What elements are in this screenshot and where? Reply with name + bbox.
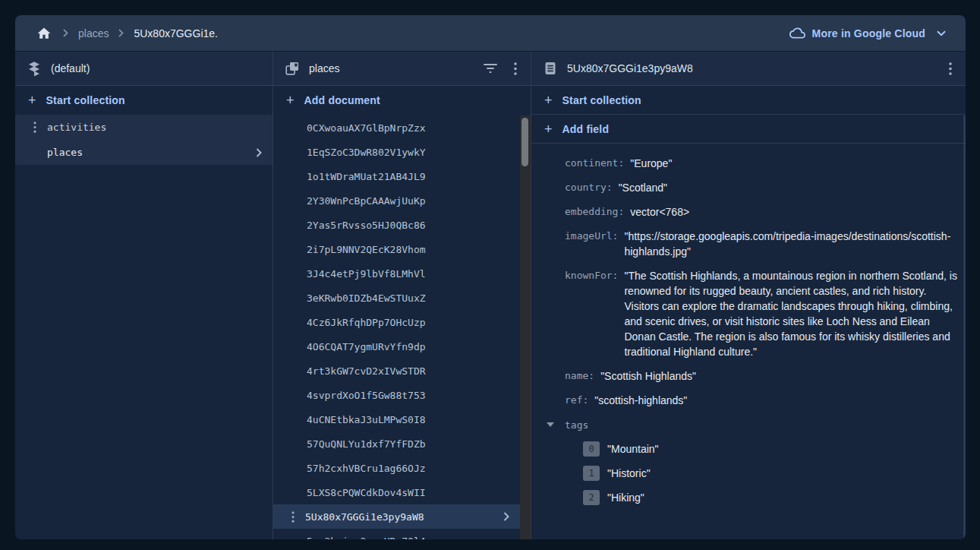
document-row[interactable]: 3eKRwb0IDZb4EwSTUuxZ: [273, 286, 520, 310]
scrollbar-track[interactable]: [963, 115, 966, 539]
document-row[interactable]: 0CXwoauAX7GlBpNrpZzx: [273, 115, 520, 140]
collapse-triangle-icon[interactable]: [547, 422, 554, 427]
field-key: knownFor:: [565, 264, 618, 288]
firestore-window: places 5Ux80x7GGGi1e. More in Google Clo…: [15, 15, 966, 539]
field-key: continent:: [565, 151, 624, 175]
breadcrumb-bar: places 5Ux80x7GGGi1e. More in Google Clo…: [15, 15, 966, 52]
field-list: continent:"Europe"country:"Scotland"embe…: [531, 144, 966, 510]
document-id: 1o1tWDraMUat21AB4JL9: [307, 171, 426, 182]
database-panel-header: (default): [15, 52, 273, 86]
document-row[interactable]: 2Yas5rRvsso5HJ0QBc86: [273, 213, 520, 237]
field-row[interactable]: knownFor:"The Scottish Highlands, a moun…: [565, 264, 958, 364]
document-row[interactable]: 5am3bwiuv3azmUDv7Ql4: [273, 529, 520, 539]
document-id: 4Cz6JkRfqhDPp7OHcUzp: [307, 317, 426, 328]
document-row[interactable]: 4Cz6JkRfqhDPp7OHcUzp: [273, 310, 520, 334]
chevron-right-icon: [118, 29, 124, 37]
field-key: tags: [565, 419, 588, 431]
document-id: 3J4c4etPj9lbVf8LMhVl: [307, 268, 426, 280]
document-id: 4svprdXoO1f5Gw88t753: [307, 390, 426, 401]
field-row-tags[interactable]: tags: [547, 412, 958, 437]
collection-list: activitiesplaces: [15, 115, 273, 165]
field-value: "Scotland": [619, 175, 667, 200]
document-row[interactable]: 2i7pL9NNV2QEcK28Vhom: [273, 237, 520, 261]
document-row[interactable]: 5LXS8cPQWCdkDov4sWII: [273, 480, 520, 504]
collection-icon: [285, 62, 299, 75]
array-item-value: "Hiking": [607, 492, 644, 504]
field-value: "https://storage.googleapis.com/tripedia…: [624, 224, 958, 264]
sidebar-item-places[interactable]: places: [15, 140, 273, 165]
database-panel: (default) + Start collection activitiesp…: [15, 52, 273, 539]
chevron-right-icon: [63, 29, 68, 37]
array-index-badge: 2: [583, 490, 600, 505]
document-row[interactable]: 3J4c4etPj9lbVf8LMhVl: [273, 261, 520, 286]
document-list: 0CXwoauAX7GlBpNrpZzx1EqSZoC3DwR802V1ywkY…: [273, 115, 520, 539]
more-in-google-cloud-menu[interactable]: More in Google Cloud: [789, 27, 946, 40]
document-id: 5Ux80x7GGGi1e3py9aW8: [305, 511, 424, 523]
document-id: 4rt3kGW7cvD2xIVwSTDR: [307, 365, 426, 377]
kebab-menu-icon[interactable]: [947, 61, 953, 77]
field-key: name:: [565, 364, 594, 388]
field-value: "The Scottish Highlands, a mountainous r…: [624, 264, 958, 364]
array-item-value: "Historic": [607, 467, 651, 479]
array-item-row[interactable]: 1"Historic": [565, 461, 958, 485]
array-index-badge: 1: [583, 466, 600, 481]
field-row[interactable]: embedding:vector<768>: [565, 200, 958, 224]
document-row[interactable]: 1o1tWDraMUat21AB4JL9: [273, 164, 520, 188]
more-in-google-cloud-label: More in Google Cloud: [812, 27, 925, 40]
document-row[interactable]: 4O6CQAT7ygmURvYfn9dp: [273, 334, 520, 359]
filter-icon[interactable]: [482, 62, 499, 74]
field-key: country:: [565, 175, 613, 200]
document-id: 1EqSZoC3DwR802V1ywkY: [307, 147, 426, 158]
document-id: 57QuQNLYu1dxf7YfFDZb: [307, 438, 426, 450]
kebab-menu-icon[interactable]: [284, 511, 302, 523]
kebab-menu-icon[interactable]: [512, 61, 518, 77]
start-collection-button[interactable]: + Start collection: [15, 86, 273, 115]
field-row[interactable]: imageUrl:"https://storage.googleapis.com…: [565, 224, 958, 264]
document-row[interactable]: 4rt3kGW7cvD2xIVwSTDR: [273, 359, 520, 383]
document-icon: [544, 62, 557, 75]
field-value: "scottish-highlands": [594, 388, 687, 412]
field-row[interactable]: name:"Scottish Highlands": [565, 364, 958, 388]
panels: (default) + Start collection activitiesp…: [15, 52, 966, 539]
home-icon[interactable]: [35, 24, 53, 43]
breadcrumb-places-link[interactable]: places: [78, 27, 109, 40]
collection-title: places: [309, 62, 339, 74]
array-item-value: "Mountain": [607, 443, 659, 455]
chevron-right-icon: [256, 148, 262, 157]
field-value: "Scottish Highlands": [600, 364, 696, 388]
document-row[interactable]: 5Ux80x7GGGi1e3py9aW8: [273, 504, 520, 529]
document-row[interactable]: 1EqSZoC3DwR802V1ywkY: [273, 140, 520, 164]
field-value: vector<768>: [630, 200, 689, 224]
array-item-row[interactable]: 2"Hiking": [565, 485, 958, 510]
collection-name: activities: [47, 122, 106, 133]
scrollbar-track[interactable]: [520, 115, 531, 539]
document-id: 5LXS8cPQWCdkDov4sWII: [307, 487, 426, 498]
field-row[interactable]: country:"Scotland": [565, 175, 958, 200]
document-row[interactable]: 4svprdXoO1f5Gw88t753: [273, 383, 520, 407]
plus-icon: +: [544, 122, 553, 136]
document-row[interactable]: 57h2cxhVBCru1ag66OJz: [273, 456, 520, 480]
document-panel: 5Ux80x7GGGi1e3py9aW8 + Start collection …: [531, 52, 966, 539]
array-item-row[interactable]: 0"Mountain": [565, 437, 958, 461]
document-row[interactable]: 2Y30WnPcBpCAAAwjUuKp: [273, 188, 520, 213]
document-id: 2i7pL9NNV2QEcK28Vhom: [307, 244, 426, 255]
field-row[interactable]: ref:"scottish-highlands": [565, 388, 958, 412]
field-row[interactable]: continent:"Europe": [565, 151, 958, 175]
add-document-button[interactable]: + Add document: [273, 86, 531, 115]
document-row[interactable]: 4uCNEtbkaJ3uLMPwS0I8: [273, 407, 520, 431]
firestore-database-icon: [27, 61, 41, 77]
add-field-button[interactable]: + Add field: [531, 115, 966, 144]
document-panel-header: 5Ux80x7GGGi1e3py9aW8: [531, 52, 966, 86]
document-row[interactable]: 57QuQNLYu1dxf7YfFDZb: [273, 431, 520, 456]
array-index-badge: 0: [583, 441, 600, 457]
collection-panel: places + Add document: [273, 52, 531, 539]
collection-panel-header: places: [273, 52, 531, 86]
document-id: 57h2cxhVBCru1ag66OJz: [307, 463, 426, 474]
kebab-menu-icon[interactable]: [26, 122, 44, 133]
field-key: imageUrl:: [565, 224, 618, 248]
plus-icon: +: [544, 93, 553, 107]
start-collection-button[interactable]: + Start collection: [531, 86, 966, 115]
database-title: (default): [51, 62, 90, 74]
scrollbar-thumb[interactable]: [522, 118, 528, 166]
sidebar-item-activities[interactable]: activities: [15, 115, 273, 140]
